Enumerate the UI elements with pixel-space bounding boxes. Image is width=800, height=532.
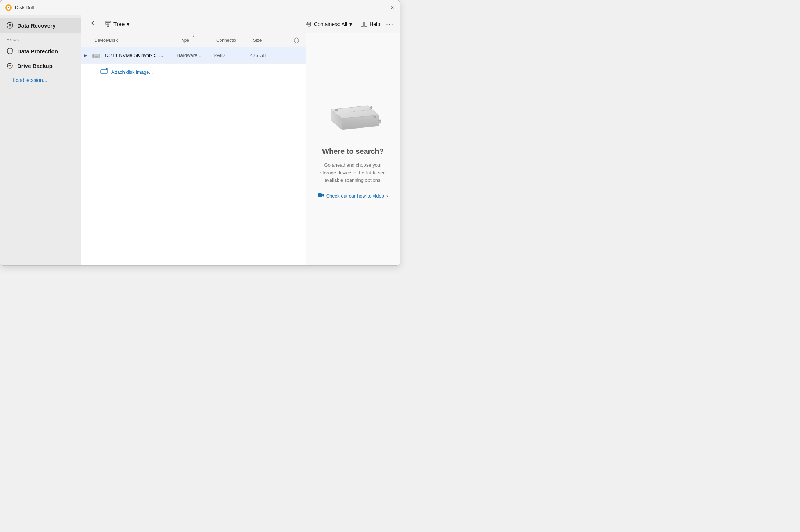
table-header: ▲ Device/Disk Type Connectio... Size (81, 33, 306, 47)
sidebar: Data Recovery Extras Data Protection Dri… (0, 15, 81, 265)
minimize-button[interactable]: ─ (369, 5, 375, 11)
svg-rect-29 (378, 122, 381, 122)
col-header-size: Size (253, 38, 290, 43)
svg-rect-14 (364, 22, 367, 26)
row-more-button[interactable]: ⋮ (287, 52, 297, 59)
maximize-button[interactable]: □ (379, 5, 385, 11)
containers-label: Containers: All (314, 21, 347, 27)
row-type: Hardware... (177, 53, 213, 58)
plus-icon: + (6, 77, 10, 83)
row-device-name: BC711 NVMe SK hynix 51... (103, 53, 177, 58)
sidebar-item-data-protection[interactable]: Data Protection (0, 44, 81, 58)
back-button[interactable] (87, 19, 99, 29)
svg-point-26 (374, 116, 376, 118)
where-to-search-title: Where to search? (322, 147, 384, 156)
svg-rect-8 (107, 24, 109, 25)
svg-rect-30 (318, 193, 322, 197)
containers-dropdown-icon: ▾ (349, 21, 352, 27)
disk-icon (91, 51, 100, 60)
svg-point-24 (335, 109, 338, 111)
svg-rect-20 (101, 70, 107, 74)
tree-label: Tree (113, 21, 125, 27)
tree-view-button[interactable]: Tree ▾ (102, 19, 133, 29)
svg-rect-5 (105, 22, 107, 23)
load-session-label: Load session... (12, 77, 47, 83)
sidebar-load-session[interactable]: + Load session... (0, 73, 81, 87)
sidebar-item-drive-backup[interactable]: Drive Backup (0, 58, 81, 73)
svg-rect-28 (378, 120, 381, 121)
tree-dropdown-icon: ▾ (127, 21, 130, 28)
sidebar-item-data-recovery[interactable]: Data Recovery (0, 18, 81, 33)
col-header-connection: Connectio... (216, 38, 253, 43)
svg-rect-13 (361, 22, 364, 26)
title-bar-controls: ─ □ ✕ (369, 5, 395, 11)
svg-rect-6 (107, 22, 109, 23)
disk-list-pane: ▲ Device/Disk Type Connectio... Size ▶ (81, 33, 306, 265)
svg-rect-7 (109, 22, 111, 23)
how-to-link-arrow: › (386, 193, 388, 199)
more-options-button[interactable]: ··· (386, 20, 394, 28)
attach-link-label: Attach disk image... (111, 69, 153, 75)
disk-illustration (324, 100, 382, 138)
svg-rect-18 (95, 55, 99, 55)
recovery-icon (6, 22, 14, 29)
toolbar: Tree ▾ Containers: All ▾ (81, 15, 400, 33)
svg-point-2 (8, 7, 9, 8)
row-size: 476 GB (250, 53, 287, 58)
right-panel: Where to search? Go ahead and choose you… (306, 33, 400, 265)
backup-icon (6, 62, 14, 69)
video-icon (318, 193, 324, 199)
svg-point-25 (370, 106, 372, 109)
app-title: Disk Drill (15, 5, 34, 10)
content-area: Tree ▾ Containers: All ▾ (81, 15, 400, 265)
help-label: Help (370, 21, 380, 27)
row-expander[interactable]: ▶ (84, 53, 91, 57)
where-to-search-desc: Go ahead and choose your storage device … (317, 162, 389, 184)
table-row[interactable]: ▶ BC711 NVMe SK hynix 51... Hardware... … (81, 47, 306, 64)
col-header-device: Device/Disk (84, 38, 180, 43)
svg-point-17 (93, 55, 94, 57)
app-icon (5, 4, 12, 11)
how-to-link-label: Check out our how-to video (326, 193, 384, 199)
toolbar-right: Containers: All ▾ Help ··· (303, 20, 394, 29)
col-header-shield (290, 37, 303, 43)
sidebar-label-data-recovery: Data Recovery (17, 22, 55, 29)
title-bar: Disk Drill ─ □ ✕ (0, 0, 400, 15)
svg-rect-9 (107, 26, 109, 27)
close-button[interactable]: ✕ (389, 5, 395, 11)
svg-point-3 (7, 22, 13, 28)
table-container: ▲ Device/Disk Type Connectio... Size ▶ (81, 33, 400, 265)
svg-rect-19 (95, 56, 98, 57)
row-connection: RAID (213, 53, 250, 58)
title-bar-left: Disk Drill (5, 4, 34, 11)
help-button[interactable]: Help (361, 21, 380, 27)
attach-disk-row[interactable]: Attach disk image... (81, 64, 306, 80)
main-layout: Data Recovery Extras Data Protection Dri… (0, 15, 400, 265)
how-to-video-link[interactable]: Check out our how-to video › (318, 193, 388, 199)
sidebar-extras-label: Extras (0, 33, 81, 44)
sidebar-label-drive-backup: Drive Backup (17, 63, 53, 69)
attach-disk-icon (100, 68, 108, 76)
sort-arrow[interactable]: ▲ (189, 33, 198, 39)
toolbar-left: Tree ▾ (87, 19, 133, 29)
sidebar-label-data-protection: Data Protection (17, 48, 58, 54)
protection-icon (6, 47, 14, 55)
containers-button[interactable]: Containers: All ▾ (303, 20, 355, 29)
